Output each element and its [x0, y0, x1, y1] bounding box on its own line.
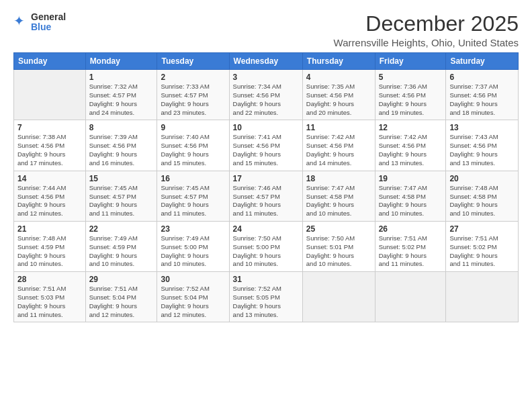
header-wednesday: Wednesday: [229, 53, 302, 70]
calendar-cell: 29Sunrise: 7:51 AMSunset: 5:04 PMDayligh…: [85, 272, 157, 322]
day-info: Sunrise: 7:43 AMSunset: 4:56 PMDaylight:…: [449, 133, 515, 167]
calendar-cell: 22Sunrise: 7:49 AMSunset: 4:59 PMDayligh…: [85, 221, 157, 271]
calendar-cell: 24Sunrise: 7:50 AMSunset: 5:00 PMDayligh…: [229, 221, 302, 271]
day-info: Sunrise: 7:48 AMSunset: 4:58 PMDaylight:…: [449, 184, 515, 218]
day-info: Sunrise: 7:34 AMSunset: 4:56 PMDaylight:…: [233, 83, 299, 117]
day-number: 22: [89, 224, 154, 234]
day-number: 18: [306, 174, 371, 183]
calendar-header-row: SundayMondayTuesdayWednesdayThursdayFrid…: [14, 53, 519, 70]
calendar-cell: [375, 272, 446, 322]
day-info: Sunrise: 7:50 AMSunset: 5:01 PMDaylight:…: [306, 234, 371, 269]
calendar-cell: 20Sunrise: 7:48 AMSunset: 4:58 PMDayligh…: [446, 171, 519, 221]
day-number: 6: [449, 73, 515, 82]
calendar-cell: 14Sunrise: 7:44 AMSunset: 4:56 PMDayligh…: [14, 171, 86, 221]
calendar-cell: 21Sunrise: 7:48 AMSunset: 4:59 PMDayligh…: [14, 221, 86, 271]
calendar-cell: 31Sunrise: 7:52 AMSunset: 5:05 PMDayligh…: [229, 272, 302, 322]
header-saturday: Saturday: [446, 53, 519, 70]
calendar-cell: 23Sunrise: 7:49 AMSunset: 5:00 PMDayligh…: [157, 221, 229, 271]
day-number: 27: [449, 224, 515, 234]
day-info: Sunrise: 7:45 AMSunset: 4:57 PMDaylight:…: [89, 184, 154, 218]
day-info: Sunrise: 7:52 AMSunset: 5:04 PMDaylight:…: [161, 285, 225, 319]
day-number: 1: [89, 73, 154, 82]
day-info: Sunrise: 7:49 AMSunset: 5:00 PMDaylight:…: [161, 234, 225, 269]
day-info: Sunrise: 7:51 AMSunset: 5:04 PMDaylight:…: [89, 285, 154, 319]
day-number: 9: [161, 123, 225, 132]
day-number: 28: [17, 275, 82, 284]
day-info: Sunrise: 7:36 AMSunset: 4:56 PMDaylight:…: [379, 83, 443, 117]
day-info: Sunrise: 7:40 AMSunset: 4:56 PMDaylight:…: [161, 133, 225, 167]
day-info: Sunrise: 7:41 AMSunset: 4:56 PMDaylight:…: [233, 133, 299, 167]
calendar-cell: 27Sunrise: 7:51 AMSunset: 5:02 PMDayligh…: [446, 221, 519, 271]
calendar-table: SundayMondayTuesdayWednesdayThursdayFrid…: [13, 52, 519, 322]
day-number: 2: [161, 73, 225, 82]
calendar-cell: 28Sunrise: 7:51 AMSunset: 5:03 PMDayligh…: [14, 272, 86, 322]
calendar-cell: 12Sunrise: 7:42 AMSunset: 4:56 PMDayligh…: [375, 120, 446, 171]
calendar-cell: 6Sunrise: 7:37 AMSunset: 4:56 PMDaylight…: [446, 70, 519, 120]
header-thursday: Thursday: [302, 53, 375, 70]
day-info: Sunrise: 7:46 AMSunset: 4:57 PMDaylight:…: [233, 184, 299, 218]
day-info: Sunrise: 7:47 AMSunset: 4:58 PMDaylight:…: [306, 184, 371, 218]
day-info: Sunrise: 7:50 AMSunset: 5:00 PMDaylight:…: [233, 234, 299, 269]
day-number: 21: [17, 224, 82, 234]
logo-blue: Blue: [31, 22, 66, 32]
day-number: 20: [449, 174, 515, 183]
calendar-week-2: 7Sunrise: 7:38 AMSunset: 4:56 PMDaylight…: [14, 120, 519, 171]
day-number: 14: [17, 174, 82, 183]
day-number: 7: [17, 123, 82, 132]
calendar-cell: 5Sunrise: 7:36 AMSunset: 4:56 PMDaylight…: [375, 70, 446, 120]
calendar-week-3: 14Sunrise: 7:44 AMSunset: 4:56 PMDayligh…: [14, 171, 519, 221]
calendar-cell: 15Sunrise: 7:45 AMSunset: 4:57 PMDayligh…: [85, 171, 157, 221]
main-title: December 2025: [334, 12, 519, 36]
day-info: Sunrise: 7:38 AMSunset: 4:56 PMDaylight:…: [17, 133, 82, 167]
header-friday: Friday: [375, 53, 446, 70]
day-info: Sunrise: 7:32 AMSunset: 4:57 PMDaylight:…: [89, 83, 154, 117]
day-number: 15: [89, 174, 154, 183]
day-info: Sunrise: 7:42 AMSunset: 4:56 PMDaylight:…: [379, 133, 443, 167]
day-number: 3: [233, 73, 299, 82]
calendar-week-5: 28Sunrise: 7:51 AMSunset: 5:03 PMDayligh…: [14, 272, 519, 322]
day-number: 4: [306, 73, 371, 82]
page-header: ✦ General Blue December 2025 Warrensvill…: [13, 12, 519, 48]
calendar-cell: 19Sunrise: 7:47 AMSunset: 4:58 PMDayligh…: [375, 171, 446, 221]
calendar-cell: 25Sunrise: 7:50 AMSunset: 5:01 PMDayligh…: [302, 221, 375, 271]
title-section: December 2025 Warrensville Heights, Ohio…: [334, 12, 519, 48]
calendar-cell: 11Sunrise: 7:42 AMSunset: 4:56 PMDayligh…: [302, 120, 375, 171]
day-number: 8: [89, 123, 154, 132]
day-number: 23: [161, 224, 225, 234]
calendar-cell: 9Sunrise: 7:40 AMSunset: 4:56 PMDaylight…: [157, 120, 229, 171]
day-number: 29: [89, 275, 154, 284]
subtitle: Warrensville Heights, Ohio, United State…: [334, 37, 519, 48]
header-tuesday: Tuesday: [157, 53, 229, 70]
day-number: 12: [379, 123, 443, 132]
calendar-cell: 17Sunrise: 7:46 AMSunset: 4:57 PMDayligh…: [229, 171, 302, 221]
day-info: Sunrise: 7:45 AMSunset: 4:57 PMDaylight:…: [161, 184, 225, 218]
day-info: Sunrise: 7:37 AMSunset: 4:56 PMDaylight:…: [449, 83, 515, 117]
day-info: Sunrise: 7:51 AMSunset: 5:02 PMDaylight:…: [379, 234, 443, 269]
day-number: 10: [233, 123, 299, 132]
svg-text:✦: ✦: [13, 15, 25, 28]
day-info: Sunrise: 7:51 AMSunset: 5:03 PMDaylight:…: [17, 285, 82, 319]
day-info: Sunrise: 7:51 AMSunset: 5:02 PMDaylight:…: [449, 234, 515, 269]
day-info: Sunrise: 7:35 AMSunset: 4:56 PMDaylight:…: [306, 83, 371, 117]
calendar-cell: [446, 272, 519, 322]
calendar-cell: 30Sunrise: 7:52 AMSunset: 5:04 PMDayligh…: [157, 272, 229, 322]
header-monday: Monday: [85, 53, 157, 70]
day-number: 30: [161, 275, 225, 284]
day-info: Sunrise: 7:47 AMSunset: 4:58 PMDaylight:…: [379, 184, 443, 218]
day-number: 26: [379, 224, 443, 234]
day-info: Sunrise: 7:48 AMSunset: 4:59 PMDaylight:…: [17, 234, 82, 269]
day-number: 11: [306, 123, 371, 132]
calendar-cell: 3Sunrise: 7:34 AMSunset: 4:56 PMDaylight…: [229, 70, 302, 120]
calendar-cell: 16Sunrise: 7:45 AMSunset: 4:57 PMDayligh…: [157, 171, 229, 221]
calendar-cell: 13Sunrise: 7:43 AMSunset: 4:56 PMDayligh…: [446, 120, 519, 171]
calendar-cell: 7Sunrise: 7:38 AMSunset: 4:56 PMDaylight…: [14, 120, 86, 171]
day-number: 16: [161, 174, 225, 183]
logo-general: General: [31, 12, 66, 22]
day-info: Sunrise: 7:44 AMSunset: 4:56 PMDaylight:…: [17, 184, 82, 218]
calendar-cell: [302, 272, 375, 322]
day-info: Sunrise: 7:52 AMSunset: 5:05 PMDaylight:…: [233, 285, 299, 319]
calendar-cell: 10Sunrise: 7:41 AMSunset: 4:56 PMDayligh…: [229, 120, 302, 171]
header-sunday: Sunday: [14, 53, 86, 70]
day-info: Sunrise: 7:33 AMSunset: 4:57 PMDaylight:…: [161, 83, 225, 117]
day-info: Sunrise: 7:39 AMSunset: 4:56 PMDaylight:…: [89, 133, 154, 167]
